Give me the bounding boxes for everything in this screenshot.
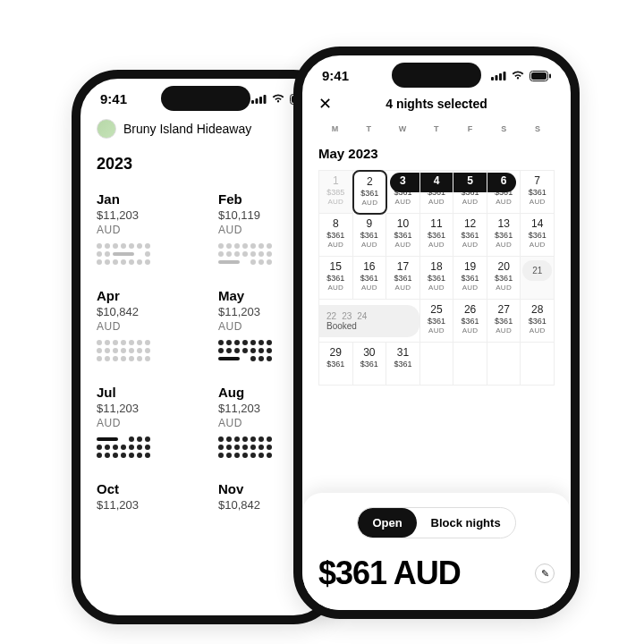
month-name: Jul [97,385,193,400]
dow: F [453,124,487,133]
availability-toggle: Open Block nights [357,507,515,538]
year-heading: 2023 [97,155,315,174]
booked-label: Booked [326,321,357,331]
month-amount: $11,203 [97,402,193,415]
day-cell-selected[interactable]: 5$361AUD [453,171,487,214]
svg-rect-12 [531,72,547,80]
month-currency: AUD [97,224,193,236]
svg-rect-7 [491,77,494,80]
day-cell[interactable]: 31$361 [386,343,420,386]
dow: S [487,124,521,133]
status-time: 9:41 [100,91,127,106]
open-button[interactable]: Open [358,508,416,538]
selection-title: 4 nights selected [340,97,533,111]
month-amount: $11,203 [97,498,193,512]
calendar-grid: 1$385AUD 2$361AUD 3$361AUD 4$361AUD 5$36… [318,170,555,386]
dow: W [386,124,419,133]
month-currency: AUD [97,417,193,429]
month-mini-cal [97,436,193,458]
svg-rect-10 [504,72,506,80]
day-cell[interactable]: 8$361AUD [319,214,353,257]
month-mini-cal [97,243,193,265]
svg-rect-9 [499,73,502,80]
listing-header[interactable]: Bruny Island Hideaway [97,106,315,155]
month-label: May 2023 [318,146,555,161]
month-cell[interactable]: Apr $10,842 AUD [97,288,193,361]
status-time: 9:41 [322,68,349,83]
day-cell [420,343,454,386]
day-cell[interactable]: 30$361 [353,343,387,386]
dow: S [521,124,555,133]
day-cell-selected[interactable]: 3$361AUD [386,171,420,214]
month-name: Apr [97,288,193,303]
day-cell[interactable]: 29$361 [319,343,353,386]
svg-rect-2 [259,97,262,104]
day-cell[interactable]: 14$361AUD [521,214,555,257]
status-indicators [491,71,551,81]
day-cell[interactable]: 27$361AUD [487,300,521,343]
day-of-week-row: M T W T F S S [318,121,555,140]
day-cell [487,343,521,386]
svg-rect-8 [496,75,498,80]
day-cell[interactable]: 15$361AUD [319,257,353,300]
day-cell-selected[interactable]: 6$361AUD [487,171,521,214]
svg-rect-13 [549,73,551,78]
dow: M [318,124,352,133]
battery-icon [530,71,551,81]
day-cell [453,343,487,386]
month-mini-cal [97,340,193,361]
day-cell[interactable]: 16$361AUD [353,257,387,300]
dow: T [419,124,453,133]
day-cell[interactable]: 1$385AUD [319,171,353,214]
month-cell[interactable]: Jan $11,203 AUD [97,191,193,265]
wifi-icon [511,71,525,80]
month-cell[interactable]: Oct $11,203 [97,481,193,512]
svg-rect-3 [264,95,267,104]
day-cell[interactable]: 2$361AUD [352,170,388,215]
price-sheet: Open Block nights $361 AUD ✎ [302,493,571,610]
dynamic-island [161,86,250,111]
month-cell[interactable]: Jul $11,203 AUD [97,385,193,458]
day-cell[interactable]: 25$361AUD [420,300,454,343]
day-cell-selected[interactable]: 4$361AUD [420,171,454,214]
day-cell[interactable]: 12$361AUD [453,214,487,257]
close-icon[interactable]: ✕ [318,94,340,114]
wifi-icon [271,94,285,104]
day-cell[interactable]: 11$361AUD [420,214,454,257]
months-grid: Jan $11,203 AUD Feb $10,119 AUD [97,191,315,512]
day-cell [521,343,555,386]
day-cell[interactable]: 21 [521,257,555,300]
day-cell[interactable]: 13$361AUD [487,214,521,257]
calendar-header: ✕ 4 nights selected [318,83,555,121]
price-row: $361 AUD ✎ [318,555,555,592]
month-amount: $11,203 [97,208,193,222]
listing-avatar [97,119,116,139]
phone-calendar-view: 9:41 ✕ 4 nights selected M T W T F S S M… [293,47,580,619]
day-cell[interactable]: 19$361AUD [453,257,487,300]
cellular-icon [251,94,267,104]
booked-span[interactable]: 222324Booked [319,300,420,343]
month-amount: $10,842 [97,305,193,318]
dynamic-island [392,63,481,88]
dow: T [352,124,386,133]
day-cell[interactable]: 18$361AUD [420,257,454,300]
month-currency: AUD [97,320,193,333]
svg-rect-1 [256,98,258,104]
day-cell[interactable]: 9$361AUD [353,214,387,257]
month-name: Oct [97,481,193,496]
day-cell[interactable]: 26$361AUD [453,300,487,343]
day-cell[interactable]: 7$361AUD [521,171,555,214]
svg-rect-0 [251,100,254,104]
cellular-icon [491,71,506,80]
day-pill: 21 [522,260,552,281]
pencil-icon[interactable]: ✎ [535,564,555,583]
price-amount: $361 AUD [318,555,461,592]
block-nights-button[interactable]: Block nights [417,508,515,538]
day-cell[interactable]: 20$361AUD [487,257,521,300]
day-cell[interactable]: 17$361AUD [386,257,420,300]
day-cell[interactable]: 28$361AUD [521,300,555,343]
day-cell[interactable]: 10$361AUD [386,214,420,257]
listing-name: Bruny Island Hideaway [123,122,251,136]
month-name: Jan [97,191,193,207]
